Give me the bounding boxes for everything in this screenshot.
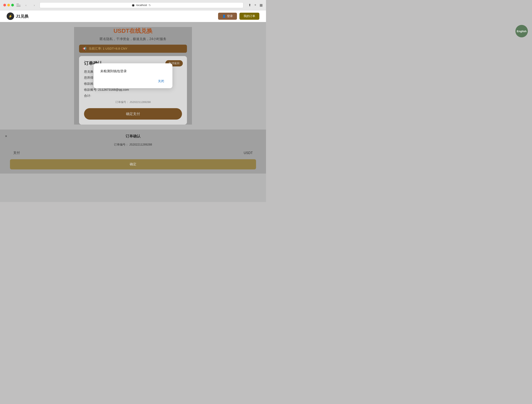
sidebar-toggle-button[interactable] — [16, 4, 20, 7]
site-header: ⚡ J1兑换 👤 登录 我的订单 — [0, 10, 266, 22]
bottom-pay-value: USDT — [244, 151, 253, 155]
bottom-pay-row: 支付 USDT — [5, 151, 261, 155]
bottom-panel: × 订单确认 订单编号： JS202211289288 支付 USDT 确定 — [0, 129, 266, 173]
share-button[interactable]: ⬆ — [248, 3, 251, 7]
bottom-confirm-button[interactable]: 确定 — [10, 159, 256, 169]
url-text: localhost — [136, 4, 147, 7]
login-icon: 👤 — [222, 14, 226, 18]
logo-text: J1兑换 — [16, 13, 29, 19]
bottom-panel-header: × 订单确认 — [5, 134, 261, 139]
main-area: USDT在线兑换 匿名隐私，干净资金，极速兑换，24小时服务 📢 当前汇率: 1… — [0, 22, 266, 129]
security-icon: ◉ — [132, 3, 135, 7]
content-wrapper: USDT在线兑换 匿名隐私，干净资金，极速兑换，24小时服务 📢 当前汇率: 1… — [79, 27, 187, 125]
bottom-pay-label: 支付 — [13, 151, 20, 155]
minimize-window-button[interactable] — [7, 4, 10, 6]
forward-button[interactable]: › — [31, 3, 37, 7]
dialog-message: 未检测到钱包登录 — [100, 69, 166, 73]
traffic-lights — [3, 4, 14, 6]
back-button[interactable]: ‹ — [23, 3, 29, 7]
bottom-panel-close-button[interactable]: × — [5, 134, 7, 138]
logo: ⚡ J1兑换 — [7, 13, 29, 20]
logo-icon: ⚡ — [7, 13, 14, 20]
header-actions: 👤 登录 我的订单 — [218, 13, 259, 20]
browser-actions: ⬆ + ▦ — [248, 3, 263, 7]
login-button[interactable]: 👤 登录 — [218, 13, 237, 20]
fullscreen-window-button[interactable] — [11, 4, 14, 6]
new-tab-button[interactable]: + — [254, 3, 256, 7]
reload-button[interactable]: ↻ — [149, 4, 151, 7]
logo-icon-text: ⚡ — [8, 14, 13, 18]
bottom-order-id-value: JS202211289288 — [129, 143, 152, 146]
dialog-close-button[interactable]: 关闭 — [156, 78, 166, 84]
page-content: ⚡ J1兑换 👤 登录 我的订单 USDT在线兑换 匿名隐私，干净资金，极速兑换… — [0, 10, 266, 202]
bottom-order-id: 订单编号： JS202211289288 — [5, 143, 261, 147]
my-orders-button[interactable]: 我的订单 — [240, 13, 259, 20]
bottom-panel-title: 订单确认 — [126, 134, 140, 139]
dialog-box: 未检测到钱包登录 关闭 — [94, 63, 172, 88]
bottom-order-id-label: 订单编号： — [114, 143, 128, 146]
dialog-actions: 关闭 — [100, 78, 166, 84]
dialog-overlay: 未检测到钱包登录 关闭 — [74, 27, 192, 125]
close-window-button[interactable] — [3, 4, 6, 6]
browser-chrome: ‹ › ◉ localhost ↻ ⬆ + ▦ — [0, 0, 266, 10]
address-bar[interactable]: ◉ localhost ↻ — [40, 2, 243, 8]
tabs-button[interactable]: ▦ — [260, 3, 263, 7]
